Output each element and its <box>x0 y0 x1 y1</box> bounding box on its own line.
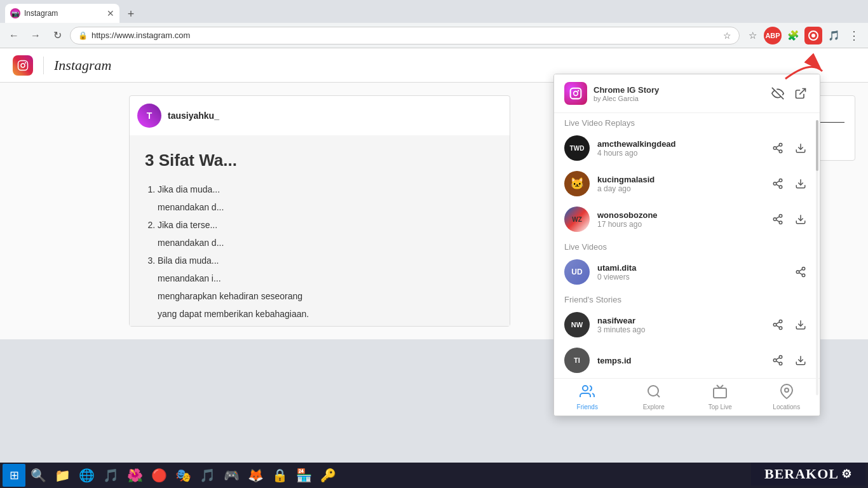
browser-content: Instagram T tausiyahku_ 3 Sifat Wa... <box>0 48 868 488</box>
list-item-kucing[interactable]: 🐱 kucingmalasid a day ago <box>554 166 820 201</box>
nav-locations[interactable]: Locations <box>754 379 820 416</box>
svg-point-22 <box>779 215 782 218</box>
share-icon-wono[interactable] <box>769 210 787 228</box>
item-info-temps: temps.id <box>597 356 761 365</box>
popup-action-icons <box>769 85 810 102</box>
scrollbar-track[interactable] <box>815 107 820 383</box>
nav-explore[interactable]: Explore <box>621 379 688 416</box>
explore-icon <box>646 384 661 402</box>
taskbar-icon-fox[interactable]: 🦊 <box>244 464 267 487</box>
start-button[interactable]: ⊞ <box>3 464 25 487</box>
share-icon-temps[interactable] <box>769 351 787 369</box>
locations-icon <box>779 384 794 402</box>
item-info-wono: wonosobozone 17 hours ago <box>597 210 761 229</box>
locations-label: Locations <box>773 403 800 410</box>
share-icon-nasif[interactable] <box>769 316 787 334</box>
download-icon-temps[interactable] <box>792 351 810 369</box>
scrollbar-thumb[interactable] <box>816 120 818 171</box>
taskbar-icon-search[interactable]: 🔍 <box>27 464 50 487</box>
avatar-utami: UD <box>564 259 590 285</box>
header-divider <box>43 57 44 74</box>
download-icon-kucing[interactable] <box>792 175 810 193</box>
avatar-kucing: 🐱 <box>564 171 590 196</box>
back-button[interactable]: ← <box>5 27 23 44</box>
post-username[interactable]: tausiyahku_ <box>168 111 219 121</box>
share-icon-utami[interactable] <box>792 263 810 281</box>
svg-point-3 <box>21 64 25 67</box>
taskbar-icon-lock[interactable]: 🔒 <box>268 464 291 487</box>
instagram-post-card: T tausiyahku_ 3 Sifat Wa... Jika dia mud… <box>129 95 510 327</box>
taskbar-icon-music2[interactable]: 🎵 <box>196 464 219 487</box>
explore-label: Explore <box>643 403 665 410</box>
popup-app-icon <box>564 82 587 105</box>
taskbar-icon-theater[interactable]: 🎭 <box>172 464 194 487</box>
item-info-utami: utami.dita 0 viewers <box>597 263 784 281</box>
toolbar-icons: ☆ ABP 🧩 🎵 ⋮ <box>743 27 863 44</box>
nav-friends[interactable]: Friends <box>554 379 621 416</box>
svg-line-19 <box>776 184 779 186</box>
address-bar: ← → ↻ 🔒 https://www.instagram.com ☆ ☆ AB… <box>0 23 868 48</box>
popup-app-subtitle: by Alec Garcia <box>593 95 763 102</box>
item-info-amc: amcthewalkingdead 4 hours ago <box>597 139 761 158</box>
download-icon-amc[interactable] <box>792 139 810 157</box>
nav-top-live[interactable]: Top Live <box>687 379 754 416</box>
berakol-icon: ⚙ <box>841 467 852 481</box>
list-item-temps[interactable]: TI temps.id <box>554 342 820 378</box>
list-item-nasif[interactable]: NW nasifwear 3 minutes ago <box>554 307 820 342</box>
download-icon-nasif[interactable] <box>792 316 810 334</box>
instagram-tab[interactable]: 📷 Instagram ✕ <box>5 4 119 23</box>
taskbar-icon-game[interactable]: 🎮 <box>220 464 243 487</box>
abp-extension-icon[interactable]: ABP <box>764 27 782 44</box>
time-kucing: a day ago <box>597 184 761 193</box>
list-item-amc[interactable]: TWD amcthewalkingdead 4 hours ago <box>554 130 820 166</box>
lock-icon: 🔒 <box>78 31 88 40</box>
avatar-amc: TWD <box>564 135 590 161</box>
taskbar-icon-store[interactable]: 🏪 <box>292 464 315 487</box>
taskbar-icon-files[interactable]: 📁 <box>51 464 74 487</box>
top-live-label: Top Live <box>709 403 732 410</box>
open-icon-button[interactable] <box>792 85 810 102</box>
viewers-utami: 0 viewers <box>597 273 784 281</box>
taskbar-icon-flower[interactable]: 🌺 <box>123 464 146 487</box>
instagram-logo-text: Instagram <box>54 57 111 74</box>
svg-line-31 <box>799 273 802 274</box>
username-utami: utami.dita <box>597 263 784 273</box>
taskbar-icon-key[interactable]: 🔑 <box>316 464 339 487</box>
star-icon[interactable]: ☆ <box>743 27 761 44</box>
share-icon-amc[interactable] <box>769 139 787 157</box>
item-info-kucing: kucingmalasid a day ago <box>597 175 761 193</box>
share-icon-kucing[interactable] <box>769 175 787 193</box>
username-nasif: nasifwear <box>597 316 761 325</box>
taskbar-icon-red[interactable]: 🔴 <box>147 464 170 487</box>
taskbar-icon-music[interactable]: 🎵 <box>99 464 122 487</box>
hide-icon-button[interactable] <box>769 85 787 102</box>
list-item-utami[interactable]: UD utami.dita 0 viewers <box>554 254 820 290</box>
popup-app-name: Chrome IG Story by Alec Garcia <box>593 85 763 102</box>
svg-point-41 <box>779 362 782 365</box>
ig-story-extension-icon[interactable] <box>804 27 822 44</box>
forward-button[interactable]: → <box>27 27 44 44</box>
list-item-wono[interactable]: WZ wonosobozone 17 hours ago <box>554 201 820 237</box>
post-avatar: T <box>137 104 161 128</box>
new-tab-button[interactable]: + <box>122 5 140 23</box>
music-ext-icon[interactable]: 🎵 <box>825 27 843 44</box>
instagram-favicon <box>13 55 33 76</box>
tab-close-button[interactable]: ✕ <box>107 8 114 18</box>
chrome-menu-button[interactable]: ⋮ <box>845 27 863 44</box>
item-actions-kucing <box>769 175 810 193</box>
item-info-nasif: nasifwear 3 minutes ago <box>597 316 761 334</box>
popup-content[interactable]: Live Video Replays TWD amcthewalkingdead… <box>554 113 820 378</box>
svg-point-40 <box>773 359 776 362</box>
svg-point-18 <box>779 186 782 189</box>
refresh-button[interactable]: ↻ <box>48 27 66 44</box>
taskbar-icon-browser[interactable]: 🌐 <box>75 464 98 487</box>
ext1-icon[interactable]: 🧩 <box>784 27 802 44</box>
post-header: T tausiyahku_ <box>130 96 510 135</box>
time-amc: 4 hours ago <box>597 149 761 158</box>
download-icon-wono[interactable] <box>792 210 810 228</box>
item-actions-utami <box>792 263 810 281</box>
svg-point-34 <box>773 323 776 327</box>
svg-point-16 <box>779 179 782 182</box>
tab-favicon-icon: 📷 <box>10 8 20 18</box>
url-bar[interactable]: 🔒 https://www.instagram.com ☆ <box>70 27 740 44</box>
